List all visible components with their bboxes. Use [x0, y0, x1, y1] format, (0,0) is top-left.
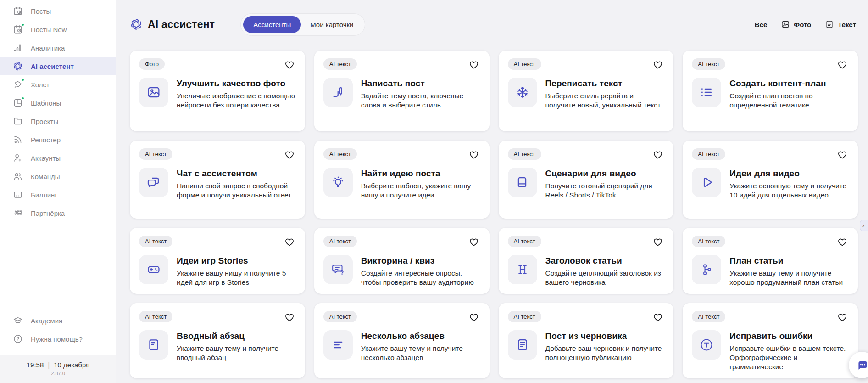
tab-my-cards[interactable]: Мои карточки: [301, 16, 362, 33]
card-intro-paragraph[interactable]: AI текст Вводный абзац Укажите вашу тему…: [130, 303, 305, 378]
favorite-button[interactable]: [283, 58, 296, 71]
card-badge: AI текст: [323, 58, 357, 70]
sidebar-item-affiliate[interactable]: Партнёрка: [0, 204, 116, 222]
card-text: Исправить ошибки Исправьте ошибки в ваше…: [729, 330, 849, 372]
favorite-button[interactable]: [467, 236, 480, 248]
card-stories-game-ideas[interactable]: AI текст Идеи игр Stories Укажите вашу н…: [130, 228, 305, 294]
teams-icon: [12, 171, 23, 182]
card-body: Идеи игр Stories Укажите вашу нишу и пол…: [139, 255, 296, 287]
card-description: Задайте тему поста, ключевые слова и выб…: [361, 91, 480, 110]
card-text: Викторина / квиз Создайте интересные опр…: [361, 255, 480, 287]
heart-icon: [652, 242, 663, 249]
favorite-button[interactable]: [283, 148, 296, 161]
filter-text[interactable]: Текст: [825, 20, 856, 29]
list-icon: [692, 78, 721, 107]
sidebar-item-help[interactable]: Нужна помощь?: [0, 330, 116, 348]
favorite-button[interactable]: [467, 311, 480, 324]
reposter-icon: [12, 134, 23, 145]
favorite-button[interactable]: [651, 58, 664, 71]
sidebar-item-canvas[interactable]: Холст: [0, 75, 116, 94]
sidebar-item-label: Биллинг: [31, 191, 57, 199]
filter-photo[interactable]: Фото: [781, 20, 811, 29]
favorite-button[interactable]: [836, 148, 849, 161]
affiliate-icon: [12, 208, 23, 219]
card-find-post-idea[interactable]: AI текст Найти идею поста Выберите шабло…: [314, 141, 490, 219]
sidebar-item-billing[interactable]: Биллинг: [0, 186, 116, 204]
sidebar-item-accounts[interactable]: Аккаунты: [0, 149, 116, 167]
sidebar-item-templates[interactable]: Шаблоны: [0, 94, 116, 112]
heart-icon: [652, 155, 663, 162]
favorite-button[interactable]: [283, 236, 296, 248]
favorite-button[interactable]: [651, 311, 664, 324]
card-article-plan[interactable]: AI текст План статьи Укажите вашу тему и…: [683, 228, 858, 294]
card-description: Создайте цепляющий заголовок из вашего ч…: [545, 269, 665, 287]
card-video-ideas[interactable]: AI текст Идеи для видео Укажите основную…: [683, 141, 858, 219]
card-post-from-draft[interactable]: AI текст Пост из черновика Добавьте ваш …: [499, 303, 674, 378]
sidebar-item-label: Посты New: [31, 26, 67, 34]
card-improve-photo-quality[interactable]: Фото Улучшить качество фото Увеличьте из…: [130, 51, 305, 131]
sidebar-item-projects[interactable]: Проекты: [0, 112, 116, 130]
card-badge: AI текст: [508, 148, 541, 160]
sidebar-item-academy[interactable]: Академия: [0, 311, 116, 330]
sidebar-item-label: Аккаунты: [31, 154, 61, 162]
sidebar-item-label: Академия: [31, 317, 62, 325]
card-body: Викторина / квиз Создайте интересные опр…: [323, 255, 480, 287]
card-title: Создать контент-план: [729, 79, 849, 89]
card-text: Найти идею поста Выберите шаблон, укажит…: [361, 168, 480, 200]
tab-assistants[interactable]: Ассистенты: [243, 16, 301, 33]
sidebar-item-analytics[interactable]: Аналитика: [0, 39, 116, 57]
card-body: Сценарии для видео Получите готовый сцен…: [508, 168, 665, 200]
card-body: Идеи для видео Укажите основную тему и п…: [692, 168, 849, 200]
clock: 19:58 | 10 декабря: [0, 361, 116, 369]
card-title: Написать пост: [361, 79, 480, 89]
card-article-headline[interactable]: AI текст Заголовок статьи Создайте цепля…: [499, 228, 674, 294]
card-text: Идеи для видео Укажите основную тему и п…: [729, 168, 849, 200]
sidebar-item-posts[interactable]: Посты: [0, 2, 116, 20]
chat-icon: [139, 168, 168, 197]
card-video-scripts[interactable]: AI текст Сценарии для видео Получите гот…: [499, 141, 674, 219]
card-chat-with-assistant[interactable]: AI текст Чат с ассистентом Напиши свой з…: [130, 141, 305, 219]
favorite-button[interactable]: [467, 148, 480, 161]
card-badge: AI текст: [508, 58, 541, 70]
card-several-paragraphs[interactable]: AI текст Несколько абзацев Укажите вашу …: [314, 303, 490, 378]
card-title: Сценарии для видео: [545, 169, 665, 179]
heart-icon: [284, 242, 295, 249]
card-create-content-plan[interactable]: AI текст Создать контент-план Создайте п…: [683, 51, 858, 131]
favorite-button[interactable]: [836, 311, 849, 324]
fix-icon: [692, 330, 721, 360]
scroll-panel-toggle[interactable]: ›: [860, 220, 868, 231]
card-title: Несколько абзацев: [361, 331, 480, 341]
card-top-row: AI текст: [508, 311, 665, 324]
sidebar-footer: 19:58 | 10 декабря 2.87.0: [0, 355, 116, 383]
favorite-button[interactable]: [283, 311, 296, 324]
card-badge: AI текст: [323, 311, 357, 322]
openai-icon: [12, 61, 23, 72]
card-text: План статьи Укажите вашу тему и получите…: [729, 255, 849, 287]
snowflake-icon: [508, 78, 537, 107]
sidebar-item-teams[interactable]: Команды: [0, 167, 116, 186]
card-write-post[interactable]: AI текст Написать пост Задайте тему пост…: [314, 51, 490, 131]
sidebar-item-posts-new[interactable]: Посты New: [0, 20, 116, 39]
card-text: Заголовок статьи Создайте цепляющий заго…: [545, 255, 665, 287]
favorite-button[interactable]: [467, 58, 480, 71]
card-description: Исправьте ошибки в вашем тексте. Орфогра…: [729, 344, 849, 372]
card-fix-mistakes[interactable]: AI текст Исправить ошибки Исправьте ошиб…: [683, 303, 858, 378]
analytics-icon: [12, 42, 23, 53]
sidebar-item-reposter[interactable]: Репостер: [0, 130, 116, 149]
text-icon: [825, 20, 834, 29]
card-top-row: AI текст: [323, 311, 480, 324]
card-rewrite-text[interactable]: AI текст Переписать текст Выберите стиль…: [499, 51, 674, 131]
card-quiz[interactable]: AI текст Викторина / квиз Создайте интер…: [314, 228, 490, 294]
sidebar-item-ai-assistant[interactable]: AI ассистент: [0, 57, 116, 75]
paragraphs-icon: [323, 330, 353, 360]
favorite-button[interactable]: [651, 236, 664, 248]
main-content: AI ассистент АссистентыМои карточки ВсеФ…: [116, 0, 868, 383]
card-badge: AI текст: [323, 236, 357, 247]
heart-icon: [284, 65, 295, 72]
favorite-button[interactable]: [836, 58, 849, 71]
favorite-button[interactable]: [651, 148, 664, 161]
favorite-button[interactable]: [836, 236, 849, 248]
filter-all[interactable]: Все: [755, 21, 768, 28]
card-title: Пост из черновика: [545, 331, 665, 341]
card-top-row: AI текст: [139, 311, 296, 324]
